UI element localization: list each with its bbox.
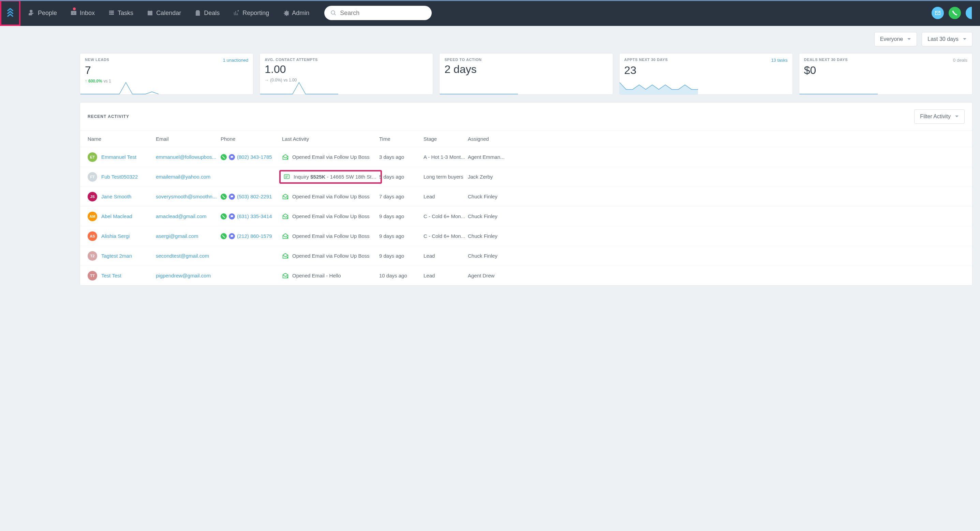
nav-label: Reporting: [242, 10, 269, 17]
person-link[interactable]: Test Test: [101, 273, 121, 278]
inquiry-icon: [283, 173, 290, 180]
last-activity[interactable]: Opened Email via Follow Up Boss: [282, 193, 379, 200]
last-activity[interactable]: Opened Email - Hello: [282, 272, 379, 279]
assigned-text: Chuck Finley: [468, 213, 512, 219]
email-link[interactable]: asergi@gmail.com: [156, 233, 198, 239]
text-icon[interactable]: [229, 194, 235, 200]
nav-inbox[interactable]: Inbox: [65, 0, 100, 26]
stage-text: Lead: [423, 194, 468, 199]
stage-text: Lead: [423, 273, 468, 278]
chevron-down-icon: [907, 37, 911, 41]
person-link[interactable]: Alishia Sergi: [101, 233, 130, 239]
filter-activity-button[interactable]: Filter Activity: [914, 110, 965, 124]
text-icon[interactable]: [229, 213, 235, 219]
dashboard-filters: Everyone Last 30 days: [80, 32, 972, 46]
col-assigned: Assigned: [468, 136, 512, 142]
card-label: NEW LEADS: [85, 57, 109, 62]
email-link[interactable]: emailemail@yahoo.com: [156, 174, 210, 180]
stage-text: Long term buyers: [423, 174, 468, 180]
call-icon[interactable]: [221, 194, 227, 200]
range-select[interactable]: Last 30 days: [922, 32, 972, 46]
scope-select[interactable]: Everyone: [874, 32, 917, 46]
last-activity[interactable]: Inquiry $525K - 14665 SW 18th St 3...: [279, 170, 382, 184]
logo-icon[interactable]: [0, 0, 21, 26]
col-stage: Stage: [423, 136, 468, 142]
phone-link[interactable]: (802) 343-1785: [237, 154, 272, 160]
assigned-text: Chuck Finley: [468, 253, 512, 259]
card-value: $0: [804, 64, 967, 77]
card-value: 2 days: [444, 63, 608, 76]
card-sublabel[interactable]: 1 unactioned: [223, 57, 248, 63]
person-link[interactable]: Emmanuel Test: [101, 154, 137, 160]
nav-reporting[interactable]: Reporting: [228, 0, 275, 26]
call-button[interactable]: [949, 7, 961, 19]
card-value: 7: [85, 64, 248, 77]
email-link[interactable]: secondtest@gmail.com: [156, 253, 209, 259]
phone-link[interactable]: (212) 860-1579: [237, 233, 272, 239]
recent-activity-panel: RECENT ACTIVITY Filter Activity Name Ema…: [80, 102, 972, 286]
avatar: AS: [88, 231, 97, 241]
avatar: T2: [88, 251, 97, 261]
stat-card[interactable]: AVG. CONTACT ATTEMPTS1.00(0.0%) vs 1.00: [259, 53, 433, 95]
stat-card[interactable]: NEW LEADS1 unactioned7600.0% vs 1: [80, 53, 253, 95]
call-icon[interactable]: [221, 154, 227, 160]
email-link[interactable]: soverysmooth@smoothn...: [156, 194, 217, 199]
card-sublabel[interactable]: 13 tasks: [771, 57, 788, 63]
chat-button[interactable]: [966, 7, 972, 19]
email-open-icon: [282, 233, 289, 240]
table-row: AMAbel Maclead amaclead@gmail.com (631) …: [80, 206, 972, 226]
nav-label: Admin: [292, 10, 309, 17]
search-input[interactable]: [340, 10, 426, 17]
nav-calendar[interactable]: Calendar: [142, 0, 186, 26]
col-last: Last Activity: [282, 136, 379, 142]
stage-text: A - Hot 1-3 Mont...: [423, 154, 468, 160]
last-activity[interactable]: Opened Email via Follow Up Boss: [282, 213, 379, 220]
email-link[interactable]: emmanuel@followupbos...: [156, 154, 216, 160]
last-activity[interactable]: Opened Email via Follow Up Boss: [282, 253, 379, 259]
avatar: FT: [88, 172, 97, 182]
nav-tasks[interactable]: Tasks: [103, 0, 139, 26]
search-icon: [331, 10, 337, 16]
person-link[interactable]: Abel Maclead: [101, 213, 132, 219]
time-text: 9 days ago: [379, 213, 423, 219]
nav-label: People: [38, 10, 57, 17]
person-link[interactable]: Fub Test050322: [101, 174, 138, 180]
inbox-unread-dot: [73, 8, 76, 10]
call-icon[interactable]: [221, 213, 227, 219]
reporting-icon: [233, 10, 239, 16]
phone-link[interactable]: (503) 802-2291: [237, 194, 272, 199]
stat-card[interactable]: DEALS NEXT 30 DAYS0 deals$0: [799, 53, 972, 95]
table-row: FTFub Test050322 emailemail@yahoo.com In…: [80, 167, 972, 186]
text-icon[interactable]: [229, 233, 235, 239]
col-name: Name: [88, 136, 156, 142]
people-icon: [29, 10, 35, 16]
nav-deals[interactable]: Deals: [189, 0, 225, 26]
phone-link[interactable]: (631) 335-3414: [237, 213, 272, 219]
global-search[interactable]: [324, 6, 432, 20]
activity-text: Opened Email via Follow Up Boss: [292, 253, 370, 259]
time-text: 10 days ago: [379, 273, 423, 278]
last-activity[interactable]: Opened Email via Follow Up Boss: [282, 154, 379, 161]
avatar: TT: [88, 271, 97, 280]
card-value: 23: [624, 64, 788, 77]
col-time: Time: [379, 136, 423, 142]
nav-label: Inbox: [80, 10, 95, 17]
call-icon[interactable]: [221, 233, 227, 239]
assigned-text: Chuck Finley: [468, 233, 512, 239]
stage-text: C - Cold 6+ Mon...: [423, 233, 468, 239]
last-activity[interactable]: Opened Email via Follow Up Boss: [282, 233, 379, 240]
chevron-down-icon: [955, 114, 959, 119]
stage-text: C - Cold 6+ Mon...: [423, 213, 468, 219]
stat-card[interactable]: SPEED TO ACTION2 days: [439, 53, 613, 95]
nav-people[interactable]: People: [23, 0, 62, 26]
email-link[interactable]: pigpendrew@gmail.com: [156, 273, 211, 278]
stat-card[interactable]: APPTS NEXT 30 DAYS13 tasks23: [619, 53, 793, 95]
text-icon[interactable]: [229, 154, 235, 160]
nav-admin[interactable]: Admin: [277, 0, 315, 26]
table-row: ETEmmanuel Test emmanuel@followupbos... …: [80, 147, 972, 167]
compose-email-button[interactable]: [932, 7, 944, 19]
person-link[interactable]: Jane Smooth: [101, 194, 131, 199]
person-link[interactable]: Tagtest 2man: [101, 253, 132, 259]
email-open-icon: [282, 272, 289, 279]
email-link[interactable]: amaclead@gmail.com: [156, 213, 207, 219]
